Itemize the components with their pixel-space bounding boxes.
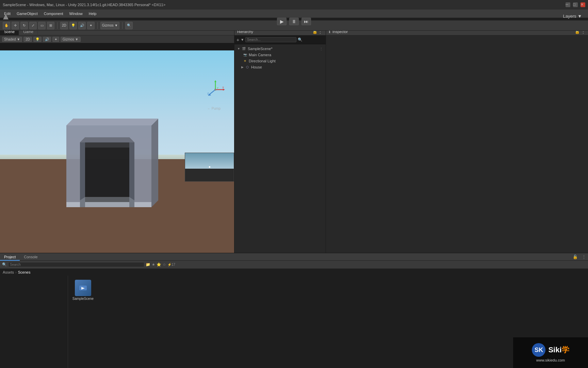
sep3: [122, 22, 122, 29]
project-search-bar: 🔍 📁 ★ ⭐ ☆ ⚡17: [0, 261, 588, 269]
hierarchy-item-scene[interactable]: ▼ 🎬 SampleScene* ⋮: [234, 46, 326, 52]
hierarchy-search-input[interactable]: [245, 37, 296, 42]
project-menu-btn[interactable]: ⋮: [580, 255, 588, 259]
scene-audio[interactable]: 🔊: [43, 37, 51, 42]
svg-text:Z: Z: [207, 92, 209, 95]
svg-marker-11: [214, 80, 216, 82]
scene-label: SampleScene*: [248, 47, 273, 51]
camera-label: Main Camera: [249, 53, 271, 57]
menu-item-help[interactable]: Help: [86, 11, 99, 16]
bottom-tab-row: Project Console 🔓 ⋮: [0, 253, 588, 261]
hierarchy-item-light[interactable]: ☀ Directional Light: [234, 58, 326, 64]
shading-dropdown[interactable]: Shaded ▼: [2, 37, 22, 42]
hierarchy-search-icon[interactable]: 🔍: [298, 37, 303, 42]
project-filter-icon1[interactable]: 📁: [146, 262, 150, 267]
scene-options-btn[interactable]: ⋮: [320, 47, 323, 51]
bc-assets[interactable]: Assets: [3, 270, 14, 274]
scale-tool[interactable]: ⤢: [29, 22, 37, 29]
hand-tool[interactable]: ✋: [3, 22, 10, 29]
gizmos-toggle[interactable]: Gizmos ▼: [100, 22, 120, 29]
scene-view-toolbar: Shaded ▼ 2D 💡 🔊 ✦ Gizmos ▼: [0, 35, 234, 43]
hierarchy-list: ▼ 🎬 SampleScene* ⋮ 📷 Main Camera ☀ Direc…: [234, 44, 326, 253]
project-search-icon: 🔍: [2, 262, 7, 267]
menu-item-gameobject[interactable]: GameObject: [14, 11, 40, 16]
hierarchy-dropdown-btn[interactable]: ▼: [241, 38, 244, 42]
project-left-panel: [0, 276, 68, 368]
inspector-content: [326, 35, 588, 253]
breadcrumb: Assets › Scenes: [0, 269, 588, 276]
menu-bar: Edit GameObject Component Window Help: [0, 10, 588, 18]
play-controls: ▶ ⏸ ⏭: [277, 18, 311, 25]
transform-tool[interactable]: ⊞: [47, 22, 54, 29]
svg-point-16: [214, 89, 216, 91]
search-btn[interactable]: 🔍: [125, 22, 133, 29]
house-object: [60, 115, 155, 207]
menu-item-component[interactable]: Component: [41, 11, 66, 16]
title-text: SampleScene - Windows, Mac, Linux - Unit…: [3, 3, 566, 7]
tab-console[interactable]: Console: [20, 253, 42, 261]
2d-toggle[interactable]: 2D: [60, 22, 68, 29]
layers-dropdown[interactable]: Layers ▼: [563, 14, 582, 19]
project-file-samplescene[interactable]: SampleScene: [69, 277, 97, 303]
project-count: ⚡17: [167, 263, 175, 266]
svg-text:X: X: [222, 86, 224, 89]
play-button[interactable]: ▶: [277, 18, 287, 25]
scene-fx[interactable]: ✦: [52, 37, 59, 42]
house-icon: ⬡: [245, 65, 250, 70]
pump-label: ← Pump: [207, 107, 220, 110]
samplescene-label: SampleScene: [72, 297, 94, 301]
rotate-tool[interactable]: ↻: [20, 22, 28, 29]
watermark-text: Siki学: [548, 345, 569, 355]
light-label: Directional Light: [249, 59, 276, 63]
inspector-panel: ℹ Inspector 🔓 ⋮: [326, 28, 588, 253]
project-right-panel: SampleScene: [68, 276, 588, 368]
svg-marker-7: [129, 137, 134, 207]
project-search-input[interactable]: [8, 262, 144, 267]
hierarchy-item-camera[interactable]: 📷 Main Camera: [234, 52, 326, 58]
pause-button[interactable]: ⏸: [289, 18, 299, 25]
bc-separator: ›: [15, 270, 17, 274]
2d-mode[interactable]: 2D: [23, 37, 32, 42]
svg-marker-6: [80, 137, 85, 207]
hierarchy-item-house[interactable]: ▶ ⬡ House: [234, 64, 326, 70]
scene-icon: 🎬: [242, 46, 246, 51]
svg-text:Y: Y: [217, 87, 219, 90]
hierarchy-search-bar: + ▼ 🔍: [234, 35, 326, 44]
bc-scenes[interactable]: Scenes: [18, 270, 31, 274]
move-tool[interactable]: ✛: [12, 22, 19, 29]
scene-lighting[interactable]: 💡: [33, 37, 42, 42]
light-toggle[interactable]: 💡: [69, 22, 77, 29]
unity-icon: [2, 13, 10, 20]
rect-tool[interactable]: ▭: [38, 22, 46, 29]
scene-viewport[interactable]: Y X Z ← Pump: [0, 50, 234, 268]
samplescene-icon: [75, 280, 91, 296]
watermark-logo: SK Siki学: [532, 343, 569, 357]
game-mini-view[interactable]: [185, 153, 234, 182]
step-button[interactable]: ⏭: [301, 18, 311, 25]
project-filter-icon4[interactable]: ☆: [163, 262, 166, 267]
project-filter-icon3[interactable]: ⭐: [157, 262, 161, 267]
effects-toggle[interactable]: ✦: [87, 22, 95, 29]
sep2: [97, 22, 98, 29]
bottom-area: Project Console 🔓 ⋮ 🔍 📁 ★ ⭐ ☆ ⚡17 Assets…: [0, 253, 588, 368]
scene-gizmos[interactable]: Gizmos ▼: [61, 37, 81, 42]
house-arrow: ▶: [241, 65, 244, 69]
hierarchy-add-btn[interactable]: +: [236, 37, 239, 43]
audio-toggle[interactable]: 🔊: [78, 22, 86, 29]
tab-project[interactable]: Project: [0, 253, 20, 261]
sep1: [57, 22, 58, 29]
scene-area: Scene Game Shaded ▼ 2D 💡 🔊 ✦ Gizmos ▼: [0, 28, 234, 253]
transform-gizmo: Y X Z: [205, 79, 226, 100]
project-filter-icon2[interactable]: ★: [152, 262, 155, 267]
minimize-btn[interactable]: ─: [566, 2, 570, 7]
light-icon: ☀: [243, 59, 247, 63]
menu-item-window[interactable]: Window: [67, 11, 85, 16]
close-btn[interactable]: ✕: [581, 2, 585, 7]
maximize-btn[interactable]: □: [573, 2, 578, 7]
game-mini-ground: [185, 169, 234, 181]
scene-arrow: ▼: [237, 47, 240, 50]
project-lock-btn[interactable]: 🔓: [571, 255, 580, 259]
svg-marker-9: [80, 197, 134, 207]
project-content-area: SampleScene: [0, 276, 588, 368]
hierarchy-panel: Hierarchy 🔓 ⋮ + ▼ 🔍 ▼ 🎬 SampleScene* ⋮ 📷: [234, 28, 326, 253]
